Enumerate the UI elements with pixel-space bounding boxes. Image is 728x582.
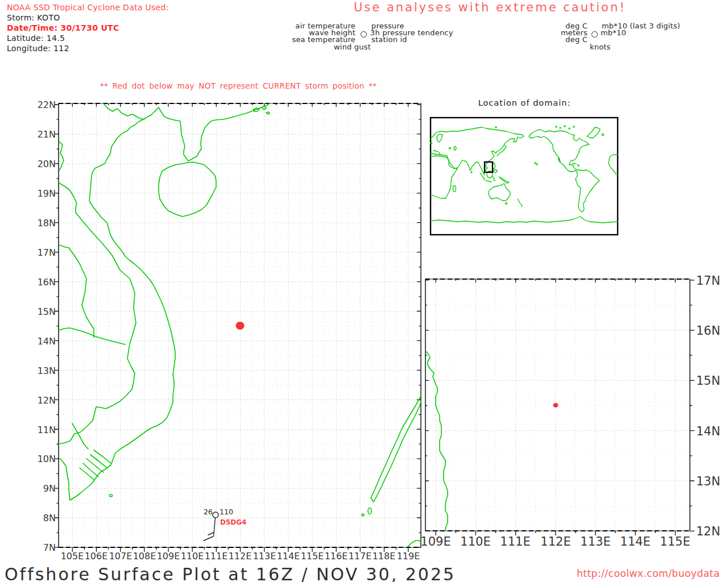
zoom-map xyxy=(425,279,694,535)
main-lat-label: 12N xyxy=(22,395,56,406)
main-lon-label: 109E xyxy=(155,551,182,562)
plot-title: Offshore Surface Plot at 16Z / NOV 30, 2… xyxy=(5,564,456,582)
station-model-circle-icon xyxy=(361,31,367,38)
main-lon-label: 115E xyxy=(299,551,326,562)
main-lon-label: 105E xyxy=(59,551,86,562)
main-lon-label: 114E xyxy=(275,551,302,562)
main-lat-label: 10N xyxy=(22,454,56,464)
main-lat-label: 15N xyxy=(22,306,56,317)
storm-dot-zoom xyxy=(553,403,559,408)
inset-frame xyxy=(431,118,618,235)
main-lon-label: 112E xyxy=(226,551,254,562)
caution-heading: Use analyses with extreme caution! xyxy=(354,1,626,14)
main-lat-label: 7N xyxy=(22,542,56,553)
zoom-lon-label: 111E xyxy=(497,535,533,548)
main-lon-label: 117E xyxy=(346,551,374,562)
zoom-lat-label: 17N xyxy=(696,274,728,288)
main-lat-label: 17N xyxy=(22,247,56,258)
main-lon-label: 110E xyxy=(179,551,206,562)
buoy-plot-page: NOAA SSD Tropical Cyclone Data Used: Sto… xyxy=(0,0,728,582)
station-circle xyxy=(213,512,218,518)
zoom-lat-label: 15N xyxy=(696,374,728,388)
main-lat-label: 20N xyxy=(22,159,56,169)
main-lon-label: 108E xyxy=(131,551,158,562)
zoom-map-coastline xyxy=(425,351,448,531)
header-storm-name: Storm: KOTO xyxy=(7,13,60,22)
legend-station-id: station id xyxy=(371,35,407,44)
main-lon-label: 106E xyxy=(82,551,110,562)
main-lat-label: 18N xyxy=(22,218,56,228)
station-pressure-value: 110 xyxy=(220,508,233,516)
station-id-value: D5DG4 xyxy=(220,518,246,526)
header-latitude: Latitude: 14.5 xyxy=(7,34,65,43)
header-longitude: Longitude: 112 xyxy=(7,44,69,53)
main-lat-label: 14N xyxy=(22,336,56,347)
zoom-lon-label: 113E xyxy=(577,535,614,548)
wind-barb xyxy=(204,518,216,541)
zoom-lat-label: 13N xyxy=(696,475,728,488)
domain-rect xyxy=(485,162,493,172)
main-lon-label: 116E xyxy=(322,551,350,562)
header-source-line: NOAA SSD Tropical Cyclone Data Used: xyxy=(7,3,169,12)
zoom-lon-label: 115E xyxy=(657,535,693,548)
main-lon-label: 113E xyxy=(251,551,278,562)
zoom-lon-label: 114E xyxy=(617,535,653,548)
main-lat-label: 8N xyxy=(22,513,56,523)
zoom-lon-label: 112E xyxy=(537,535,574,548)
main-lon-label: 111E xyxy=(202,551,230,562)
zoom-lat-label: 12N xyxy=(696,525,728,538)
main-lat-label: 16N xyxy=(22,277,56,288)
storm-position-warning: ** Red dot below may NOT represent CURRE… xyxy=(100,81,377,90)
legend-unit-mb: mb*10 xyxy=(601,28,626,37)
main-lat-label: 21N xyxy=(22,129,56,140)
main-lon-label: 119E xyxy=(395,551,422,562)
units-model-circle-icon xyxy=(592,31,598,38)
main-lat-label: 22N xyxy=(22,99,56,110)
main-map xyxy=(55,103,421,552)
inset-coastlines xyxy=(431,126,618,223)
source-url-link[interactable]: http://coolwx.com/buoydata xyxy=(577,568,720,579)
main-lon-label: 107E xyxy=(107,551,134,562)
zoom-lon-label: 109E xyxy=(417,535,454,548)
main-lon-label: 118E xyxy=(370,551,398,562)
main-lat-label: 11N xyxy=(22,425,56,435)
main-lat-label: 19N xyxy=(22,188,56,199)
storm-dot-main xyxy=(236,322,245,330)
zoom-lon-label: 110E xyxy=(457,535,494,548)
zoom-lat-label: 16N xyxy=(696,324,728,338)
station-air-temp-value: 26 xyxy=(197,508,213,516)
main-lat-label: 13N xyxy=(22,365,56,376)
zoom-map-ticks xyxy=(425,279,694,535)
inset-map-title: Location of domain: xyxy=(431,98,618,107)
legend-unit-knots: knots xyxy=(590,43,611,51)
inset-world-map xyxy=(431,118,618,235)
legend-unit-degc-sea: deg C xyxy=(565,35,588,44)
header-datetime: Date/Time: 30/1730 UTC xyxy=(7,23,119,32)
zoom-lat-label: 14N xyxy=(696,425,728,438)
legend-wind-gust: wind gust xyxy=(334,43,371,51)
main-lat-label: 9N xyxy=(22,483,56,494)
